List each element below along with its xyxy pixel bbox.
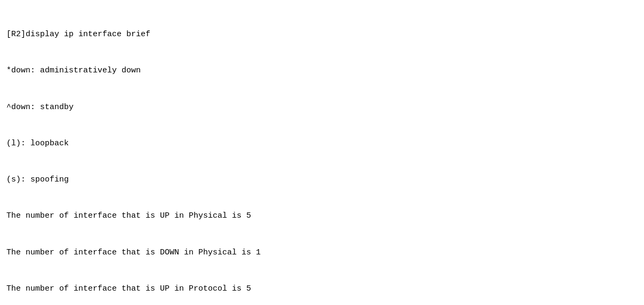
legend-line-1: *down: administratively down [6, 64, 638, 77]
terminal-output: [R2]display ip interface brief *down: ad… [6, 4, 638, 305]
legend-line-4: (s): spoofing [6, 174, 638, 186]
summary-line-3: The number of interface that is UP in Pr… [6, 283, 638, 295]
legend-line-3: (l): loopback [6, 137, 638, 150]
command-line: [R2]display ip interface brief [6, 28, 638, 40]
legend-line-2: ^down: standby [6, 101, 638, 113]
summary-line-1: The number of interface that is UP in Ph… [6, 210, 638, 222]
summary-line-2: The number of interface that is DOWN in … [6, 246, 638, 259]
